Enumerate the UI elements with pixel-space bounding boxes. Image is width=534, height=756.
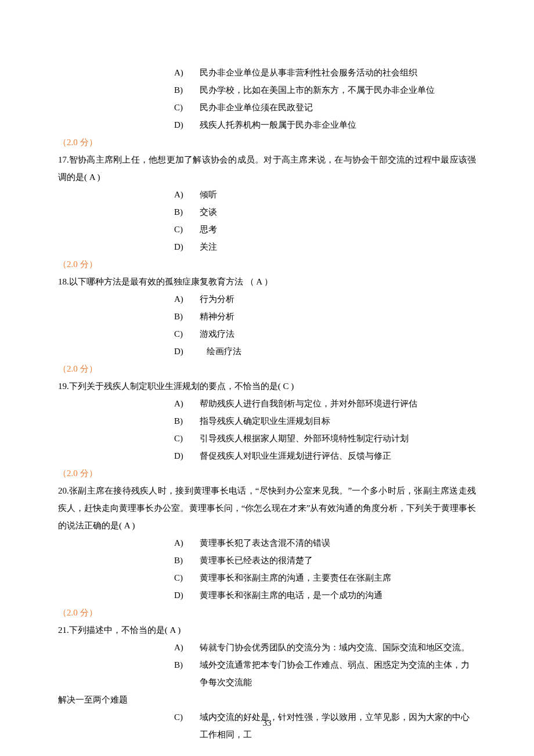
option-label: B) xyxy=(174,81,200,99)
option-text: 思考 xyxy=(200,221,476,238)
q18-score: （2.0 分） xyxy=(58,360,476,377)
q19-stem: 19.下列关于残疾人制定职业生涯规划的要点，不恰当的是( C ) xyxy=(58,377,476,395)
q16-option-d: D) 残疾人托养机构一般属于民办非企业单位 xyxy=(58,116,476,134)
option-text: 民办学校，比如在美国上市的新东方，不属于民办非企业单位 xyxy=(200,81,476,99)
q21-stem: 21.下列描述中，不恰当的是( A ) xyxy=(58,621,476,639)
option-text: 精神分析 xyxy=(200,308,476,325)
q21-option-b: B) 域外交流通常把本专门协会工作难点、弱点、困惑定为交流的主体，力争每次交流能 xyxy=(58,656,476,691)
option-text: 帮助残疾人进行自我剖析与定位，并对外部环境进行评估 xyxy=(200,395,476,412)
option-label: A) xyxy=(174,186,200,203)
option-label: A) xyxy=(174,639,200,656)
q18-option-b: B) 精神分析 xyxy=(58,308,476,325)
option-label: B) xyxy=(174,656,200,674)
q20-option-a: A) 黄理事长犯了表达含混不清的错误 xyxy=(58,534,476,552)
q20-score: （2.0 分） xyxy=(58,604,476,621)
option-text: 引导残疾人根据家人期望、外部环境特性制定行动计划 xyxy=(200,430,476,447)
option-label: A) xyxy=(174,395,200,412)
q20-option-d: D) 黄理事长和张副主席的电话，是一个成功的沟通 xyxy=(58,586,476,604)
q19-option-c: C) 引导残疾人根据家人期望、外部环境特性制定行动计划 xyxy=(58,430,476,447)
option-text: 黄理事长和张副主席的电话，是一个成功的沟通 xyxy=(200,586,476,604)
q17-option-d: D) 关注 xyxy=(58,238,476,255)
q21-option-a: A) 铸就专门协会优秀团队的交流分为：域内交流、国际交流和地区交流。 xyxy=(58,639,476,656)
q17-option-a: A) 倾听 xyxy=(58,186,476,203)
q17-stem: 17.智协高主席刚上任，他想更加了解该协会的成员。对于高主席来说，在与协会干部交… xyxy=(58,151,476,186)
option-text: 民办非企业单位是从事非营利性社会服务活动的社会组织 xyxy=(200,64,476,81)
option-text: 游戏疗法 xyxy=(200,325,476,343)
option-text: 民办非企业单位须在民政登记 xyxy=(200,99,476,116)
q17-option-c: C) 思考 xyxy=(58,221,476,238)
option-label: B) xyxy=(174,203,200,221)
q19-option-a: A) 帮助残疾人进行自我剖析与定位，并对外部环境进行评估 xyxy=(58,395,476,412)
option-text: 铸就专门协会优秀团队的交流分为：域内交流、国际交流和地区交流。 xyxy=(200,639,476,656)
q17-score: （2.0 分） xyxy=(58,255,476,273)
option-text: 残疾人托养机构一般属于民办非企业单位 xyxy=(200,116,476,134)
option-label: D) xyxy=(174,586,200,604)
q21-option-b-wrap: 解决一至两个难题 xyxy=(58,691,476,708)
option-label: A) xyxy=(174,64,200,81)
q20-stem: 20.张副主席在接待残疾人时，接到黄理事长电话，“尽快到办公室来见我。”一个多小… xyxy=(58,482,476,534)
option-label: B) xyxy=(174,308,200,325)
q16-option-b: B) 民办学校，比如在美国上市的新东方，不属于民办非企业单位 xyxy=(58,81,476,99)
option-label: C) xyxy=(174,569,200,586)
q16-option-c: C) 民办非企业单位须在民政登记 xyxy=(58,99,476,116)
option-text: 倾听 xyxy=(200,186,476,203)
option-text: 指导残疾人确定职业生涯规划目标 xyxy=(200,412,476,430)
q16-score: （2.0 分） xyxy=(58,134,476,151)
document-page: A) 民办非企业单位是从事非营利性社会服务活动的社会组织 B) 民办学校，比如在… xyxy=(0,0,534,756)
q17-option-b: B) 交谈 xyxy=(58,203,476,221)
option-label: D) xyxy=(174,238,200,255)
option-label: D) xyxy=(174,447,200,465)
q18-option-c: C) 游戏疗法 xyxy=(58,325,476,343)
option-text: 督促残疾人对职业生涯规划进行评估、反馈与修正 xyxy=(200,447,476,465)
option-label: B) xyxy=(174,552,200,569)
option-text: 黄理事长已经表达的很清楚了 xyxy=(200,552,476,569)
option-label: D) xyxy=(174,116,200,134)
q18-stem: 18.以下哪种方法是最有效的孤独症康复教育方法 （ A ） xyxy=(58,273,476,290)
option-label: A) xyxy=(174,534,200,552)
option-label: C) xyxy=(174,430,200,447)
option-text: 关注 xyxy=(200,238,476,255)
q20-option-b: B) 黄理事长已经表达的很清楚了 xyxy=(58,552,476,569)
option-text: 行为分析 xyxy=(200,290,476,308)
q20-option-c: C) 黄理事长和张副主席的沟通，主要责任在张副主席 xyxy=(58,569,476,586)
option-text: 黄理事长和张副主席的沟通，主要责任在张副主席 xyxy=(200,569,476,586)
option-label: B) xyxy=(174,412,200,430)
option-text: 绘画疗法 xyxy=(200,343,476,360)
q19-option-b: B) 指导残疾人确定职业生涯规划目标 xyxy=(58,412,476,430)
q16-option-a: A) 民办非企业单位是从事非营利性社会服务活动的社会组织 xyxy=(58,64,476,81)
option-label: D) xyxy=(174,343,200,360)
page-number: 33 xyxy=(0,714,534,732)
q18-option-a: A) 行为分析 xyxy=(58,290,476,308)
option-text: 黄理事长犯了表达含混不清的错误 xyxy=(200,534,476,552)
option-label: C) xyxy=(174,99,200,116)
q19-option-d: D) 督促残疾人对职业生涯规划进行评估、反馈与修正 xyxy=(58,447,476,465)
option-label: C) xyxy=(174,325,200,343)
option-text: 域外交流通常把本专门协会工作难点、弱点、困惑定为交流的主体，力争每次交流能 xyxy=(200,656,476,691)
q19-score: （2.0 分） xyxy=(58,465,476,482)
option-label: A) xyxy=(174,290,200,308)
option-label: C) xyxy=(174,221,200,238)
option-text: 交谈 xyxy=(200,203,476,221)
q18-option-d: D) 绘画疗法 xyxy=(58,343,476,360)
